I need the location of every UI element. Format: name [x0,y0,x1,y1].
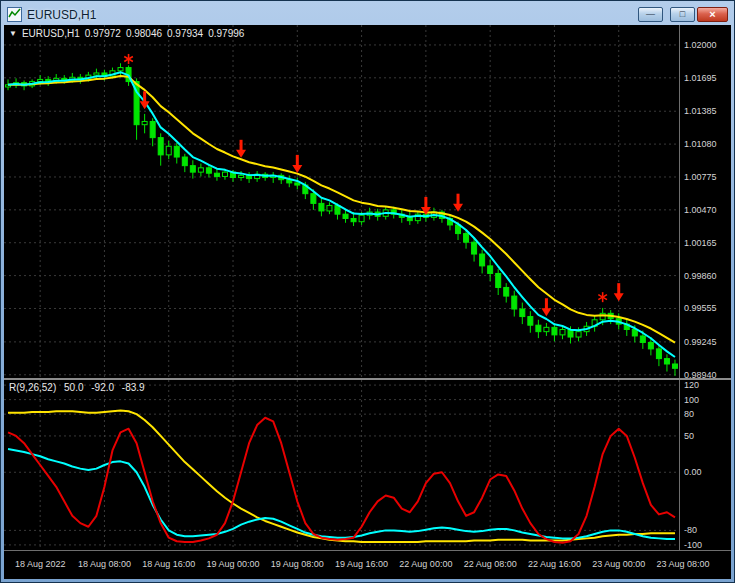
indicator-label: R(9,26,52) 50.0 -92.0 -83.9 [9,382,150,393]
candlestick [407,212,412,225]
price-axis-label: 1.01695 [684,73,717,83]
candlestick [158,133,163,165]
sell-signal-arrow-icon [236,140,246,158]
sell-signal-arrow-icon [541,298,551,316]
time-axis-label: 22 Aug 08:00 [464,559,517,569]
time-axis-label: 18 Aug 08:00 [78,559,131,569]
indicator-axis-label: -80 [684,525,697,535]
symbol-dropdown-icon[interactable]: ▼ [9,29,17,38]
candlestick [536,320,541,338]
candlestick [343,210,348,223]
candlestick [512,291,517,317]
time-axis[interactable]: 18 Aug 202218 Aug 08:0018 Aug 16:0019 Au… [4,550,731,578]
candlestick [664,354,669,371]
candlestick [592,315,597,331]
candlestick [480,250,485,274]
indicator-red-line [8,418,675,543]
sell-signal-arrow-icon [292,155,302,173]
chart-area: 1.020001.016951.013851.010801.007751.004… [4,25,731,579]
close-button[interactable]: × [697,7,728,22]
window-title: EURUSD,H1 [27,8,96,22]
chart-ohlc-label: ▼ EURUSD,H1 0.97972 0.98046 0.97934 0.97… [9,28,244,39]
indicator-pane[interactable]: 12010080500.00-80-100 [4,380,731,550]
candlestick [255,171,260,182]
candlestick [150,118,155,146]
candlestick [279,173,284,184]
ohlc-open: 0.97972 [85,28,121,39]
price-axis-label: 0.98940 [684,370,717,378]
candlestick [528,311,533,333]
indicator-name: R(9,26,52) [9,382,56,393]
candlestick [174,143,179,163]
indicator-value-2: -92.0 [91,382,114,393]
sell-signal-arrow-icon [614,283,624,301]
time-axis-label: 19 Aug 00:00 [206,559,259,569]
candlestick [214,169,219,181]
candlestick [190,160,195,178]
candlestick [496,269,501,295]
candlestick [198,164,203,177]
ohlc-high: 0.98046 [126,28,162,39]
indicator-axis-label: 100 [684,395,699,405]
price-axis-label: 0.99555 [684,303,717,313]
time-axis-label: 18 Aug 16:00 [142,559,195,569]
indicator-value-1: 50.0 [64,382,83,393]
candlestick [287,175,292,187]
price-chart-pane[interactable]: 1.020001.016951.013851.010801.007751.004… [4,25,731,378]
time-axis-label: 19 Aug 08:00 [271,559,324,569]
indicator-axis-label: 120 [684,380,699,390]
chart-window: EURUSD,H1 — □ × 1.020001.016951.013851.0… [0,0,735,583]
candlestick [544,323,549,336]
price-axis-label: 1.00470 [684,205,717,215]
window-controls: — □ × [636,7,728,22]
price-axis-label: 0.99245 [684,337,717,347]
indicator-axis-label: 0.00 [684,467,702,477]
candlestick [319,199,324,216]
ohlc-close: 0.97996 [208,28,244,39]
candlestick [672,360,677,376]
candlestick [182,154,187,172]
candlestick [399,210,404,223]
signal-star-icon [598,292,607,302]
indicator-axis-label: 80 [684,409,694,419]
signal-star-icon [124,54,133,64]
minimize-button[interactable]: — [638,7,663,22]
candlestick [488,259,493,281]
time-axis-label: 23 Aug 00:00 [592,559,645,569]
titlebar[interactable]: EURUSD,H1 — □ × [4,4,731,25]
time-axis-label: 22 Aug 16:00 [528,559,581,569]
chart-symbol-label: EURUSD,H1 [22,28,80,39]
candlestick [656,345,661,367]
price-axis-label: 1.02000 [684,40,717,50]
candlestick [327,202,332,214]
candlestick [624,320,629,336]
candlestick [295,178,300,190]
window-icon [7,7,22,22]
candlestick [520,303,525,325]
time-axis-label: 23 Aug 08:00 [656,559,709,569]
price-axis-label: 1.01080 [684,139,717,149]
price-axis-label: 1.00775 [684,172,717,182]
ma-fast-cyan-line [8,72,675,357]
indicator-yellow-line [8,411,675,542]
candlestick [271,172,276,183]
sell-signal-arrow-icon [453,194,463,212]
ma-slow-yellow-line [8,76,675,343]
price-axis-label: 0.99860 [684,271,717,281]
price-axis-label: 1.00165 [684,238,717,248]
ohlc-low: 0.97934 [167,28,203,39]
candlestick [504,283,509,302]
indicator-axis-label: -100 [684,540,702,550]
indicator-value-3: -83.9 [122,382,145,393]
time-axis-label: 22 Aug 00:00 [399,559,452,569]
time-axis-label: 19 Aug 16:00 [335,559,388,569]
candlestick [552,324,557,341]
maximize-button[interactable]: □ [670,7,695,22]
candlestick [415,211,420,224]
time-axis-label: 18 Aug 2022 [15,559,66,569]
price-axis-label: 1.01385 [684,106,717,116]
indicator-cyan-line [8,449,675,539]
candlestick [142,114,147,133]
indicator-axis-label: 50 [684,431,694,441]
